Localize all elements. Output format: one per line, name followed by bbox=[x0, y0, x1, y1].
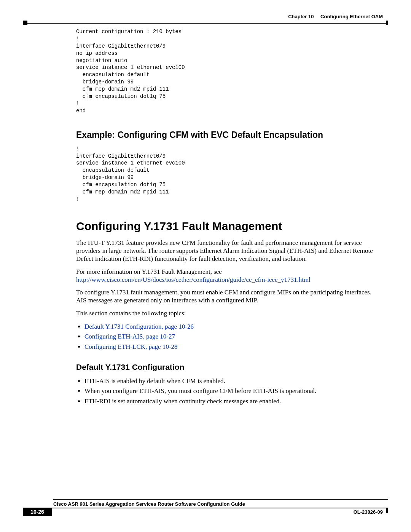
list-item: Configuring ETH-LCK, page 10-28 bbox=[84, 342, 381, 352]
link-eth-ais[interactable]: Configuring ETH-AIS, page 10-27 bbox=[84, 333, 175, 340]
link-default-config[interactable]: Default Y.1731 Configuration, page 10-26 bbox=[84, 323, 194, 330]
header-marker-right-icon bbox=[386, 21, 388, 25]
default-config-list: ETH-AIS is enabled by default when CFM i… bbox=[76, 376, 381, 406]
paragraph-more-info: For more information on Y.1731 Fault Man… bbox=[76, 268, 381, 284]
footer-doc-id: OL-23826-09 bbox=[354, 509, 383, 515]
paragraph-intro: The ITU-T Y.1731 feature provides new CF… bbox=[76, 239, 381, 263]
header-marker-left-icon bbox=[23, 21, 27, 25]
section-heading-evc-default: Example: Configuring CFM with EVC Defaul… bbox=[76, 130, 381, 140]
list-item: Configuring ETH-AIS, page 10-27 bbox=[84, 332, 381, 342]
header-title: Configuring Ethernet OAM bbox=[320, 14, 383, 19]
footer-line-icon bbox=[52, 508, 388, 508]
main-heading-y1731: Configuring Y.1731 Fault Management bbox=[76, 220, 381, 233]
code-block-evc-config: ! interface GigabitEthernet0/9 service i… bbox=[76, 145, 381, 203]
header-text: Chapter 10 Configuring Ethernet OAM bbox=[288, 14, 383, 19]
list-item: ETH-AIS is enabled by default when CFM i… bbox=[84, 376, 381, 386]
list-item: ETH-RDI is set automatically when contin… bbox=[84, 396, 381, 406]
footer-rule-icon bbox=[53, 499, 388, 500]
paragraph-topics-lead: This section contains the following topi… bbox=[76, 309, 381, 317]
list-item: When you configure ETH-AIS, you must con… bbox=[84, 386, 381, 396]
link-eth-lck[interactable]: Configuring ETH-LCK, page 10-28 bbox=[84, 343, 178, 350]
footer-guide-title: Cisco ASR 901 Series Aggregation Service… bbox=[53, 501, 388, 507]
more-info-lead: For more information on Y.1731 Fault Man… bbox=[76, 268, 222, 275]
header-chapter: Chapter 10 bbox=[288, 14, 314, 19]
list-item: Default Y.1731 Configuration, page 10-26 bbox=[84, 322, 381, 332]
subsection-heading-default: Default Y.1731 Configuration bbox=[76, 363, 381, 372]
code-block-current-config: Current configuration : 210 bytes ! inte… bbox=[76, 28, 381, 115]
paragraph-configure: To configure Y.1731 fault management, yo… bbox=[76, 288, 381, 305]
page-footer: Cisco ASR 901 Series Aggregation Service… bbox=[23, 499, 388, 517]
page-header: Chapter 10 Configuring Ethernet OAM bbox=[23, 11, 388, 24]
link-cisco-docs[interactable]: http://www.cisco.com/en/US/docs/ios/ceth… bbox=[76, 276, 311, 283]
topic-links-list: Default Y.1731 Configuration, page 10-26… bbox=[76, 322, 381, 352]
footer-marker-icon bbox=[386, 508, 388, 513]
page-number-badge: 10-26 bbox=[23, 508, 52, 516]
